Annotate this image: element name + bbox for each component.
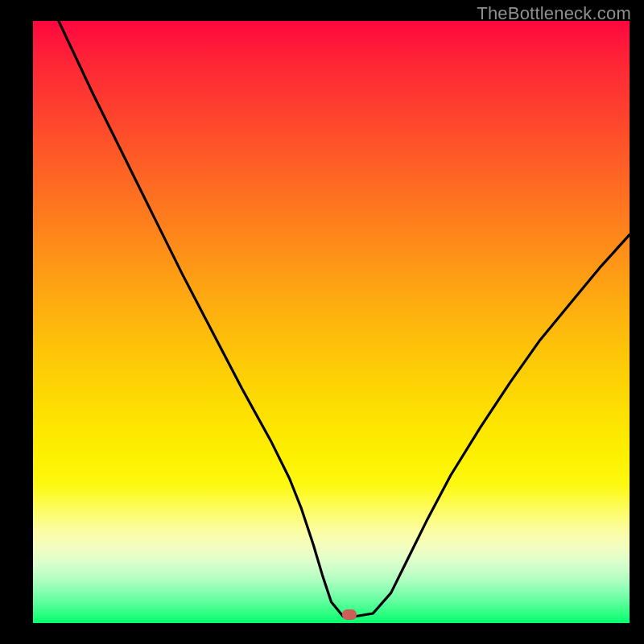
bottleneck-curve bbox=[33, 21, 630, 623]
plot-area bbox=[33, 21, 630, 623]
bottleneck-marker bbox=[342, 609, 357, 620]
watermark-text: TheBottleneck.com bbox=[477, 3, 631, 24]
chart-frame: TheBottleneck.com bbox=[0, 0, 644, 644]
